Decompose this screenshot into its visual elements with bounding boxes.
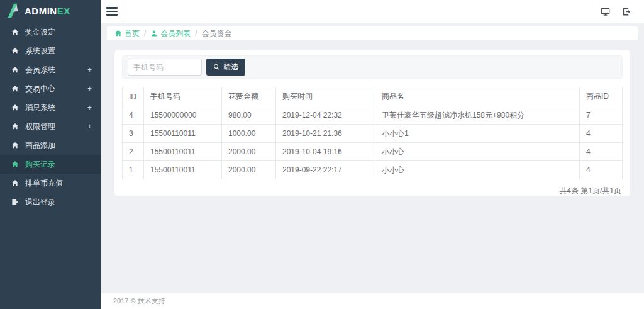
breadcrumb-separator: /	[144, 29, 146, 38]
footer-text: 2017 © 技术支持	[113, 296, 165, 306]
sidebar-item-purchase-records[interactable]: 购买记录	[0, 155, 101, 174]
home-icon	[11, 47, 19, 55]
sidebar-item-label: 商品添加	[25, 140, 55, 151]
sidebar-item-label: 权限管理	[25, 121, 55, 132]
table-cell: 15500110011	[144, 143, 222, 161]
home-icon	[11, 179, 19, 187]
search-icon	[213, 64, 220, 70]
sidebar-item-label: 系统设置	[25, 46, 55, 57]
sidebar-item-label: 退出登录	[25, 197, 55, 208]
expand-plus-icon: +	[87, 65, 92, 74]
breadcrumb-item-home[interactable]: 首页	[114, 28, 140, 39]
sidebar-item-label: 消息系统	[25, 103, 55, 113]
sidebar-item-message-system[interactable]: 消息系统+	[0, 98, 101, 117]
filter-bar: 筛选	[122, 55, 623, 79]
breadcrumb: 首页/会员列表/会员资金	[107, 26, 638, 40]
breadcrumb-item-member-fund: 会员资金	[202, 28, 232, 39]
sidebar-item-permission-manage[interactable]: 权限管理+	[0, 117, 101, 136]
home-icon	[11, 160, 19, 168]
filter-button-label: 筛选	[223, 62, 238, 72]
table-row: 415500000000980.002019-12-04 22:32卫莱仕豪华五…	[123, 106, 623, 125]
expand-plus-icon: +	[87, 103, 92, 112]
pagination-summary: 共4条 第1页/共1页	[122, 179, 623, 196]
table-cell: 小小心	[375, 143, 580, 161]
sidebar-item-system-settings[interactable]: 系统设置	[0, 42, 101, 60]
sign-out-icon[interactable]	[622, 7, 631, 16]
table-cell: 4	[580, 161, 623, 179]
column-header: 手机号码	[144, 87, 222, 106]
desktop-icon[interactable]	[601, 7, 610, 16]
table-cell: 2019-12-04 22:32	[276, 106, 375, 125]
table-cell: 1	[123, 161, 144, 179]
sidebar-item-trade-center[interactable]: 交易中心+	[0, 79, 101, 98]
sidebar-item-label: 奖金设定	[25, 27, 55, 38]
home-icon	[11, 85, 19, 93]
table-cell: 2019-09-22 22:17	[276, 161, 375, 179]
table-cell: 4	[580, 143, 623, 161]
purchase-table: ID手机号码花费金额购买时间商品名商品ID 415500000000980.00…	[122, 87, 623, 179]
table-cell: 2000.00	[222, 161, 276, 179]
sidebar-item-bonus-setting[interactable]: 奖金设定	[0, 23, 101, 42]
table-cell: 小小心	[375, 161, 580, 179]
table-body: 415500000000980.002019-12-04 22:32卫莱仕豪华五…	[123, 106, 623, 179]
breadcrumb-item-member-list[interactable]: 会员列表	[150, 28, 191, 39]
sidebar-item-queue-coin-recharge[interactable]: 排单币充值	[0, 174, 101, 193]
sidebar: ADMINEX 奖金设定系统设置会员系统+交易中心+消息系统+权限管理+商品添加…	[0, 0, 101, 309]
home-icon	[114, 30, 125, 37]
column-header: ID	[123, 87, 144, 106]
table-row: 2155001100112000.002019-10-04 19:16小小心4	[123, 143, 623, 161]
sign-out-icon	[11, 198, 19, 206]
home-icon	[11, 142, 19, 149]
sidebar-menu: 奖金设定系统设置会员系统+交易中心+消息系统+权限管理+商品添加购买记录排单币充…	[0, 21, 101, 211]
table-cell: 980.00	[222, 106, 276, 125]
column-header: 购买时间	[276, 87, 375, 106]
home-icon	[11, 104, 19, 111]
table-cell: 2019-10-04 19:16	[276, 143, 375, 161]
table-cell: 2019-10-21 21:36	[276, 125, 375, 143]
menu-toggle-button[interactable]	[101, 0, 123, 23]
phone-search-input[interactable]	[128, 59, 202, 76]
page-footer: 2017 © 技术支持	[101, 293, 644, 309]
table-cell: 7	[580, 106, 623, 125]
filter-button[interactable]: 筛选	[206, 59, 245, 76]
topbar	[101, 0, 644, 23]
sidebar-item-product-add[interactable]: 商品添加	[0, 136, 101, 155]
table-cell: 3	[123, 125, 144, 143]
sidebar-item-label: 购买记录	[25, 159, 55, 170]
table-cell: 1000.00	[222, 125, 276, 143]
breadcrumb-separator: /	[195, 29, 197, 38]
home-icon	[11, 28, 19, 36]
table-cell: 15500000000	[144, 106, 222, 125]
hamburger-icon	[106, 7, 118, 9]
sidebar-item-logout[interactable]: 退出登录	[0, 193, 101, 211]
expand-plus-icon: +	[87, 84, 92, 93]
table-cell: 2000.00	[222, 143, 276, 161]
brand-text: ADMINEX	[25, 6, 70, 16]
column-header: 商品ID	[580, 87, 623, 106]
table-cell: 小小心1	[375, 125, 580, 143]
table-cell: 2	[123, 143, 144, 161]
home-icon	[11, 66, 19, 74]
column-header: 花费金额	[222, 87, 276, 106]
topbar-actions	[601, 7, 644, 16]
sidebar-item-label: 交易中心	[25, 84, 55, 94]
table-cell: 15500110011	[144, 161, 222, 179]
brand-mark-icon	[5, 3, 21, 19]
table-cell: 卫莱仕豪华五级超滤净水机158元+980积分	[375, 106, 580, 125]
breadcrumb-label: 首页	[125, 28, 140, 39]
table-row: 1155001100112000.002019-09-22 22:17小小心4	[123, 161, 623, 179]
table-cell: 4	[580, 125, 623, 143]
breadcrumb-label: 会员资金	[202, 28, 232, 39]
app-logo[interactable]: ADMINEX	[0, 0, 101, 21]
sidebar-item-label: 排单币充值	[25, 178, 63, 189]
table-cell: 15500110011	[144, 125, 222, 143]
table-cell: 4	[123, 106, 144, 125]
breadcrumb-label: 会员列表	[160, 28, 191, 39]
column-header: 商品名	[375, 87, 580, 106]
home-icon	[11, 123, 19, 130]
sidebar-item-member-system[interactable]: 会员系统+	[0, 60, 101, 79]
table-header-row: ID手机号码花费金额购买时间商品名商品ID	[123, 87, 623, 106]
table-row: 3155001100111000.002019-10-21 21:36小小心14	[123, 125, 623, 143]
user-icon	[150, 30, 160, 37]
content-panel: 筛选 ID手机号码花费金额购买时间商品名商品ID 415500000000980…	[114, 50, 630, 196]
